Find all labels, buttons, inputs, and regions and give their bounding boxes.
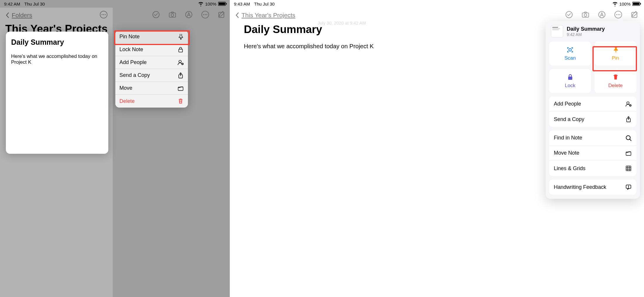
menu-send-copy[interactable]: Send a Copy [115,69,188,82]
note-preview-body: Here's what we accomplished today on Pro… [11,53,103,65]
add-people-icon [177,59,184,66]
checklist-button[interactable] [152,11,160,19]
note-context-menu: Pin Note Lock Note Add People Send a Cop… [115,30,188,108]
back-projects-link[interactable]: This Year's Projects [234,12,295,19]
note-more-button[interactable] [201,11,209,19]
status-bar-left: 9:42 AM Thu Jul 30 100% [0,0,230,8]
folder-icon [625,150,632,156]
menu-add-people[interactable]: Add People [115,56,188,69]
popover-header: Daily Summary 9:42 AM [549,25,636,42]
menu-label: Pin Note [119,34,140,40]
grid-icon [625,165,632,172]
battery-percent: 100% [619,1,631,6]
lock-icon [566,73,574,81]
tile-label: Pin [612,55,619,61]
tile-scan[interactable]: Scan [549,42,591,65]
menu-label: Move [119,85,132,91]
note-preview-card[interactable]: Daily Summary Here's what we accomplishe… [6,32,108,154]
row-label: Handwriting Feedback [554,184,606,190]
wifi-icon [612,1,618,6]
back-label: This Year's Projects [242,12,295,19]
note-thumbnail [551,25,563,37]
row-label: Lines & Grids [554,165,585,172]
tile-label: Delete [608,83,623,89]
battery-icon [632,1,641,6]
compose-button[interactable] [631,11,639,19]
tile-label: Scan [564,55,576,61]
status-bar-right: 9:43 AM Thu Jul 30 100% [230,0,644,8]
wifi-icon [198,1,203,6]
menu-label: Lock Note [119,46,143,53]
row-label: Find in Note [554,135,582,141]
camera-button[interactable] [168,11,177,19]
row-move-note[interactable]: Move Note [549,146,636,161]
note-preview-title: Daily Summary [11,38,103,46]
search-icon [625,135,632,141]
status-date: Thu Jul 30 [254,1,275,6]
menu-label: Delete [119,98,135,104]
row-find-in-note[interactable]: Find in Note [549,130,636,146]
back-label: Folders [12,12,32,19]
row-label: Send a Copy [554,116,584,122]
tile-lock[interactable]: Lock [549,69,591,93]
pin-icon [612,46,619,53]
share-icon [177,72,184,79]
add-people-icon [625,101,632,107]
tile-delete[interactable]: Delete [595,69,636,93]
note-title: Daily Summary [244,23,322,36]
menu-move[interactable]: Move [115,82,188,95]
menu-label: Add People [119,59,147,65]
compose-button[interactable] [217,11,226,19]
trash-icon [177,98,184,104]
menu-lock-note[interactable]: Lock Note [115,43,188,56]
markup-button[interactable] [598,11,606,19]
menu-pin-note[interactable]: Pin Note [115,30,188,43]
folder-icon [177,85,184,91]
row-send-copy[interactable]: Send a Copy [549,112,636,127]
status-time: 9:43 AM [234,1,250,6]
battery-percent: 100% [205,1,216,6]
markup-button[interactable] [185,11,193,19]
chevron-left-icon [5,12,11,18]
tile-label: Lock [565,83,576,89]
trash-icon [612,73,619,81]
feedback-icon [625,184,632,190]
scan-icon [566,46,574,53]
chevron-left-icon [234,12,240,18]
row-label: Add People [554,101,581,107]
back-folders-link[interactable]: Folders [5,12,32,19]
note-date-ghost: July 30, 2020 at 9:42 AM [318,20,366,25]
pin-icon [177,34,184,40]
lock-icon [177,46,184,53]
status-time: 9:42 AM [4,1,20,6]
menu-label: Send a Copy [119,72,150,78]
note-more-button[interactable] [614,11,622,19]
sidebar-more-button[interactable] [100,11,108,19]
share-icon [625,116,632,122]
note-actions-popover: Daily Summary 9:42 AM Scan Pin Lock Dele… [546,21,640,199]
checklist-button[interactable] [565,11,573,19]
popover-title: Daily Summary [567,26,605,32]
battery-icon [218,1,227,6]
note-body: Here's what we accomplished today on Pro… [244,43,374,50]
status-date: Thu Jul 30 [24,1,45,6]
row-handwriting-feedback[interactable]: Handwriting Feedback [549,179,636,195]
row-lines-grids[interactable]: Lines & Grids [549,161,636,176]
row-add-people[interactable]: Add People [549,96,636,112]
menu-delete[interactable]: Delete [115,95,188,108]
row-label: Move Note [554,150,579,156]
tile-pin[interactable]: Pin [595,42,636,65]
camera-button[interactable] [581,11,590,19]
popover-subtitle: 9:42 AM [567,32,605,37]
